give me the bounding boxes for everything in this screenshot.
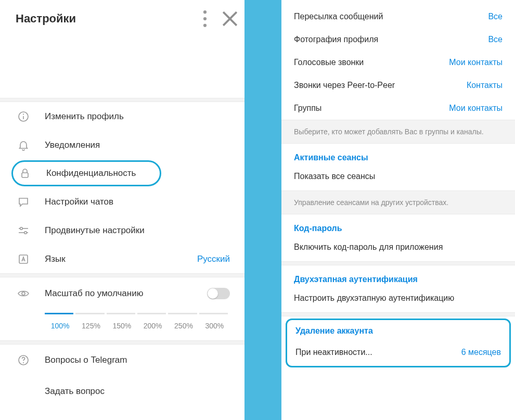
privacy-forwarding-row[interactable]: Пересылка сообщений Все [281, 5, 515, 28]
privacy-photo-row[interactable]: Фотография профиля Все [281, 28, 515, 51]
scale-value[interactable]: 125% [75, 322, 106, 330]
chat-icon [16, 194, 31, 210]
language-label: Язык [45, 254, 197, 264]
row-value: Мои контакты [449, 58, 503, 67]
notifications-item[interactable]: Уведомления [0, 131, 244, 159]
faq-item[interactable]: Вопросы о Telegram [0, 345, 244, 376]
row-label: Фотография профиля [294, 35, 488, 44]
edit-profile-item[interactable]: Изменить профиль [0, 102, 244, 131]
scale-value[interactable]: 250% [168, 322, 199, 330]
blank-icon [16, 384, 31, 399]
scale-value[interactable]: 150% [107, 322, 137, 330]
faq-label: Вопросы о Telegram [45, 355, 230, 365]
eye-icon [16, 286, 31, 301]
enable-passcode-button[interactable]: Включить код-пароль для приложения [281, 239, 515, 261]
svg-point-2 [203, 24, 207, 27]
advanced-item[interactable]: Продвинутые настройки [0, 216, 244, 245]
row-label: При неактивности... [295, 348, 461, 357]
settings-panel: Настройки Изменить профиль Уведомления [0, 0, 244, 420]
row-label: Звонки через Peer-to-Peer [294, 81, 467, 90]
sessions-title: Активные сеансы [281, 144, 515, 169]
privacy-label: Конфиденциальность [46, 168, 145, 179]
settings-title: Настройки [16, 12, 192, 26]
toggle-knob [208, 288, 218, 299]
row-label: Пересылка сообщений [294, 12, 488, 21]
delete-title: Удаление аккаунта [287, 320, 509, 342]
help-section: Вопросы о Telegram Задать вопрос [0, 345, 244, 407]
more-button[interactable] [192, 7, 217, 30]
chat-settings-item[interactable]: Настройки чатов [0, 187, 244, 216]
separator [0, 98, 244, 102]
help-icon [16, 352, 31, 368]
lock-icon [17, 166, 33, 181]
row-value: Все [488, 12, 503, 21]
row-value: Все [488, 35, 503, 44]
more-vertical-icon [192, 7, 217, 30]
chat-settings-label: Настройки чатов [45, 197, 230, 207]
privacy-settings-panel: Пересылка сообщений Все Фотография профи… [281, 0, 515, 420]
sessions-note: Управление сеансами на других устройства… [281, 190, 515, 214]
advanced-label: Продвинутые настройки [45, 225, 230, 236]
profile-area [0, 37, 244, 98]
language-value: Русский [197, 254, 230, 264]
svg-point-10 [20, 227, 23, 230]
language-icon [16, 251, 31, 267]
scale-value[interactable]: 200% [137, 322, 168, 330]
separator [0, 340, 244, 345]
sliders-icon [16, 223, 31, 238]
notifications-label: Уведомления [45, 140, 230, 150]
row-value: Мои контакты [449, 104, 503, 113]
svg-point-0 [203, 10, 207, 14]
svg-point-1 [203, 17, 207, 20]
setup-twostep-button[interactable]: Настроить двухэтапную аутентификацию [281, 290, 515, 312]
privacy-item[interactable]: Конфиденциальность [11, 160, 161, 186]
svg-point-14 [22, 292, 25, 295]
scale-track[interactable] [45, 313, 230, 314]
language-item[interactable]: Язык Русский [0, 245, 244, 273]
scale-section: Масштаб по умолчанию 100% 125% 150% 200%… [0, 277, 244, 340]
bell-icon [16, 137, 31, 153]
separator [0, 273, 244, 277]
scale-values: 100% 125% 150% 200% 250% 300% [45, 322, 230, 330]
row-label: Группы [294, 104, 449, 113]
show-sessions-button[interactable]: Показать все сеансы [281, 169, 515, 190]
separator [281, 261, 515, 265]
delete-inactivity-row[interactable]: При неактивности... 6 месяцев [287, 342, 509, 363]
scale-value[interactable]: 100% [45, 322, 75, 330]
scale-value[interactable]: 300% [199, 322, 230, 330]
scale-label: Масштаб по умолчанию [45, 288, 207, 299]
row-label: Голосовые звонки [294, 58, 449, 67]
ask-label: Задать вопрос [45, 386, 230, 397]
edit-profile-label: Изменить профиль [45, 111, 230, 122]
passcode-title: Код-пароль [281, 214, 515, 239]
close-button[interactable] [217, 7, 242, 30]
privacy-groups-row[interactable]: Группы Мои контакты [281, 97, 515, 120]
settings-header: Настройки [0, 0, 244, 37]
privacy-voice-calls-row[interactable]: Голосовые звонки Мои контакты [281, 51, 515, 74]
twostep-title: Двухэтапная аутентификация [281, 265, 515, 290]
close-icon [217, 7, 242, 30]
row-value: Контакты [467, 81, 503, 90]
separator [281, 312, 515, 316]
svg-rect-8 [22, 173, 28, 177]
ask-item[interactable]: Задать вопрос [0, 376, 244, 407]
info-icon [16, 109, 31, 124]
row-value: 6 месяцев [461, 348, 501, 357]
svg-point-12 [24, 231, 27, 234]
groups-note: Выберите, кто может добавлять Вас в груп… [281, 120, 515, 144]
scale-toggle[interactable] [207, 288, 230, 299]
delete-account-section: Удаление аккаунта При неактивности... 6 … [286, 319, 511, 367]
privacy-p2p-row[interactable]: Звонки через Peer-to-Peer Контакты [281, 74, 515, 97]
